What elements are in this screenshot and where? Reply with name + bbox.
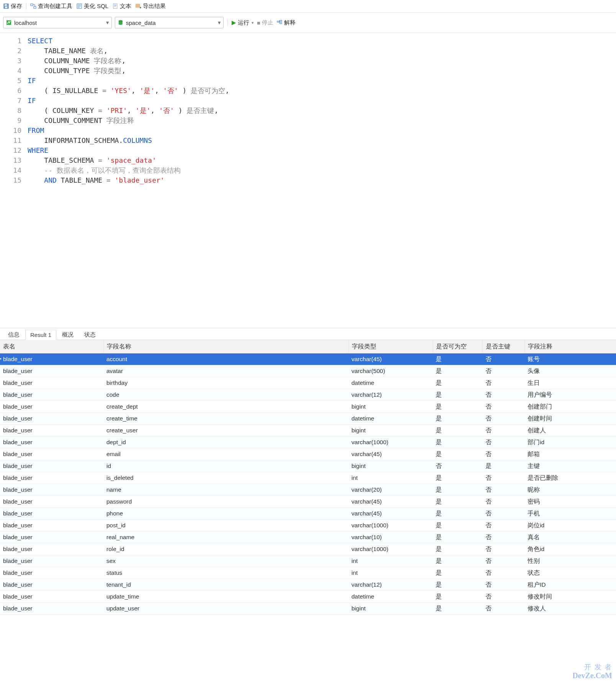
table-cell[interactable]: 否 [482, 401, 524, 413]
table-cell[interactable]: blade_user [0, 484, 103, 496]
table-row[interactable]: blade_useris_deletedint是否是否已删除 [0, 472, 616, 484]
table-cell[interactable]: 是 [482, 460, 524, 472]
tab-result1[interactable]: Result 1 [25, 330, 56, 340]
table-cell[interactable]: is_deleted [103, 472, 348, 484]
table-cell[interactable]: blade_user [0, 365, 103, 377]
table-cell[interactable]: varchar(500) [348, 365, 433, 377]
table-cell[interactable]: 是 [433, 567, 482, 579]
table-cell[interactable]: create_user [103, 425, 348, 437]
table-cell[interactable]: id [103, 460, 348, 472]
table-cell[interactable]: 账号 [524, 353, 616, 365]
table-cell[interactable]: varchar(45) [348, 353, 433, 365]
table-cell[interactable]: 是 [433, 591, 482, 603]
table-cell[interactable]: 否 [482, 437, 524, 448]
table-cell[interactable]: name [103, 484, 348, 496]
table-row[interactable]: blade_userrole_idvarchar(1000)是否角色id [0, 543, 616, 555]
table-cell[interactable]: status [103, 567, 348, 579]
table-cell[interactable]: sex [103, 555, 348, 567]
table-cell[interactable]: blade_user [0, 496, 103, 508]
table-cell[interactable]: 是否已删除 [524, 472, 616, 484]
table-row[interactable]: blade_usercodevarchar(12)是否用户编号 [0, 389, 616, 401]
table-cell[interactable]: 创建部门 [524, 401, 616, 413]
table-row[interactable]: blade_useremailvarchar(45)是否邮箱 [0, 448, 616, 460]
table-cell[interactable]: real_name [103, 532, 348, 543]
table-cell[interactable]: create_time [103, 413, 348, 425]
table-cell[interactable]: 否 [482, 377, 524, 389]
table-row[interactable]: blade_usertenant_idvarchar(12)是否租户ID [0, 579, 616, 591]
table-cell[interactable]: 修改时间 [524, 591, 616, 603]
table-cell[interactable]: blade_user [0, 413, 103, 425]
table-cell[interactable]: varchar(12) [348, 579, 433, 591]
table-cell[interactable]: 否 [433, 460, 482, 472]
code-area[interactable]: SELECT TABLE_NAME 表名, COLUMN_NAME 字段名称, … [25, 33, 616, 328]
table-cell[interactable]: 是 [433, 448, 482, 460]
table-cell[interactable]: blade_user [0, 472, 103, 484]
table-cell[interactable]: blade_user [0, 437, 103, 448]
table-cell[interactable]: 是 [433, 496, 482, 508]
code-line[interactable]: COLUMN_COMMENT 字段注释 [28, 116, 616, 126]
table-row[interactable]: blade_userdept_idvarchar(1000)是否部门id [0, 437, 616, 448]
table-cell[interactable]: 昵称 [524, 484, 616, 496]
query-builder-button[interactable]: 查询创建工具 [29, 3, 73, 10]
table-cell[interactable]: 是 [433, 365, 482, 377]
table-cell[interactable]: varchar(20) [348, 484, 433, 496]
table-cell[interactable]: blade_user [0, 401, 103, 413]
table-cell[interactable]: update_user [103, 603, 348, 615]
table-cell[interactable]: 角色id [524, 543, 616, 555]
table-row[interactable]: blade_usersexint是否性别 [0, 555, 616, 567]
code-line[interactable]: -- 数据表名，可以不填写，查询全部表结构 [28, 165, 616, 175]
code-line[interactable]: FROM [28, 126, 616, 136]
table-cell[interactable]: int [348, 555, 433, 567]
table-cell[interactable]: blade_user [0, 377, 103, 389]
table-row[interactable]: blade_useridbigint否是主键 [0, 460, 616, 472]
table-cell[interactable]: 否 [482, 520, 524, 532]
table-cell[interactable]: 密码 [524, 496, 616, 508]
table-cell[interactable]: 岗位id [524, 520, 616, 532]
table-cell[interactable]: 是 [433, 353, 482, 365]
table-cell[interactable]: 否 [482, 365, 524, 377]
table-cell[interactable]: 主键 [524, 460, 616, 472]
export-button[interactable]: 导出结果 [134, 3, 167, 10]
tab-info[interactable]: 信息 [3, 329, 25, 340]
run-button[interactable]: ▶ 运行 ▾ [232, 19, 254, 26]
table-cell[interactable]: dept_id [103, 437, 348, 448]
table-cell[interactable]: 邮箱 [524, 448, 616, 460]
table-cell[interactable]: 否 [482, 448, 524, 460]
table-cell[interactable]: 否 [482, 603, 524, 615]
text-button[interactable]: 文本 [111, 3, 132, 10]
tab-status[interactable]: 状态 [79, 329, 101, 340]
table-cell[interactable]: create_dept [103, 401, 348, 413]
table-cell[interactable]: avatar [103, 365, 348, 377]
table-cell[interactable]: 否 [482, 532, 524, 543]
save-button[interactable]: 保存 [2, 3, 23, 10]
table-row[interactable]: blade_userbirthdaydatetime是否生日 [0, 377, 616, 389]
sql-editor[interactable]: 123456789101112131415 SELECT TABLE_NAME … [0, 33, 616, 328]
column-header[interactable]: 表名 [0, 340, 103, 353]
table-cell[interactable]: 是 [433, 508, 482, 520]
code-line[interactable]: TABLE_SCHEMA = 'space_data' [28, 155, 616, 165]
table-cell[interactable]: varchar(45) [348, 508, 433, 520]
table-cell[interactable]: 手机 [524, 508, 616, 520]
table-cell[interactable]: code [103, 389, 348, 401]
table-cell[interactable]: blade_user [0, 389, 103, 401]
table-cell[interactable]: bigint [348, 425, 433, 437]
tab-profile[interactable]: 概况 [57, 329, 78, 340]
column-header[interactable]: 是否主键 [482, 340, 524, 353]
code-line[interactable]: AND TABLE_NAME = 'blade_user' [28, 175, 616, 185]
table-row[interactable]: blade_usernamevarchar(20)是否昵称 [0, 484, 616, 496]
table-cell[interactable]: 否 [482, 425, 524, 437]
database-dropdown[interactable]: space_data ▾ [115, 17, 224, 28]
table-row[interactable]: blade_usercreate_timedatetime是否创建时间 [0, 413, 616, 425]
table-cell[interactable]: 修改人 [524, 603, 616, 615]
table-cell[interactable]: varchar(1000) [348, 437, 433, 448]
table-cell[interactable]: 真名 [524, 532, 616, 543]
run-dropdown-chevron[interactable]: ▾ [252, 20, 254, 25]
table-cell[interactable]: 否 [482, 484, 524, 496]
table-cell[interactable]: blade_user [0, 448, 103, 460]
code-line[interactable]: TABLE_NAME 表名, [28, 46, 616, 56]
table-cell[interactable]: 是 [433, 389, 482, 401]
table-row[interactable]: blade_usercreate_deptbigint是否创建部门 [0, 401, 616, 413]
result-grid[interactable]: 表名字段名称字段类型是否可为空是否主键字段注释 blade_useraccoun… [0, 340, 616, 682]
code-line[interactable]: IF [28, 76, 616, 86]
table-row[interactable]: blade_userupdate_userbigint是否修改人 [0, 603, 616, 615]
